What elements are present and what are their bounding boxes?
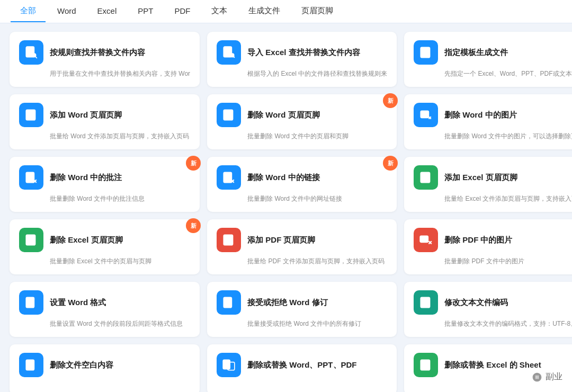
card-15-desc: 批量修改文本文件的编码格式，支持：UTF-8、BIG [414,319,572,328]
card-7[interactable]: 删除 Word 中的批注批量删除 Word 文件中的批注信息新 [10,157,200,212]
tab-Excel[interactable]: Excel [88,1,127,22]
card-grid: 按规则查找并替换文件内容用于批量在文件中查找并替换相关内容，支持 Wor X 导… [0,23,572,392]
card-8-badge: 新 [383,156,398,171]
svg-rect-58 [26,297,34,308]
card-6-header: 删除 Word 中的图片 [414,103,572,127]
svg-line-10 [234,57,235,58]
card-1-header: 按规则查找并替换文件内容 [19,40,190,65]
card-11[interactable]: 添加 PDF 页眉页脚批量给 PDF 文件添加页眉与页脚，支持嵌入页码 [207,219,397,274]
card-10-desc: 批量删除 Excel 文件中的页眉与页脚 [19,256,190,266]
card-15-icon: UTF-8 [414,290,438,315]
card-8-header: 删除 Word 中的链接 [217,165,387,190]
tab-全部[interactable]: 全部 [11,1,46,22]
card-2-desc: 根据导入的 Excel 中的文件路径和查找替换规则来 [217,69,387,78]
card-8-icon [217,165,241,190]
svg-rect-30 [26,172,34,183]
card-2-title: 导入 Excel 查找并替换文件内容 [247,47,360,58]
tab-页眉页脚[interactable]: 页眉页脚 [292,1,343,22]
card-3-title: 指定模板生成文件 [444,47,508,58]
card-14-icon [217,290,241,315]
card-8-desc: 批量删除 Word 文件中的网址链接 [217,194,387,203]
watermark-text: 副业 [546,371,562,382]
svg-text:X: X [226,49,230,55]
card-7-badge: 新 [186,156,201,171]
card-18[interactable]: X 删除或替换 Excel 的 Sheet [404,344,572,392]
card-1-desc: 用于批量在文件中查找并替换相关内容，支持 Wor [19,69,190,78]
card-9-title: 添加 Excel 页眉页脚 [444,172,517,183]
card-15-title: 修改文本文件编码 [444,297,508,308]
card-12-desc: 批量删除 PDF 文件中的图片 [414,256,572,266]
card-17-title: 删除或替换 Word、PPT、PDF [247,360,356,370]
card-13-icon [19,290,43,315]
card-11-title: 添加 PDF 页眉页脚 [247,235,315,245]
card-16-icon [19,353,43,377]
card-13[interactable]: 设置 Word 格式批量设置 Word 文件的段前段后间距等格式信息 [10,282,200,337]
card-7-desc: 批量删除 Word 文件中的批注信息 [19,194,190,203]
card-9[interactable]: 添加 Excel 页眉页脚批量给 Excel 文件添加页眉与页脚，支持嵌入页码 [404,157,572,212]
card-17-header: 删除或替换 Word、PPT、PDF [217,353,387,377]
card-4[interactable]: 添加 Word 页眉页脚批量给 Word 文件添加页眉与页脚，支持嵌入页码 [10,94,200,149]
svg-rect-70 [26,360,34,370]
card-14-desc: 批量接受或拒绝 Word 文件中的所有修订 [217,319,387,328]
card-10[interactable]: 删除 Excel 页眉页脚批量删除 Excel 文件中的页眉与页脚新 [10,219,200,274]
svg-text:UTF-8: UTF-8 [422,302,430,306]
card-5-badge: 新 [383,93,398,108]
card-2[interactable]: X 导入 Excel 查找并替换文件内容根据导入的 Excel 中的文件路径和查… [207,32,397,87]
card-14-header: 接受或拒绝 Word 修订 [217,290,387,315]
card-16[interactable]: 删除文件空白内容 [10,344,200,392]
tab-PPT[interactable]: PPT [128,1,163,22]
card-17[interactable]: 删除或替换 Word、PPT、PDF [207,344,397,392]
card-3-header: 指定模板生成文件 [414,40,572,65]
tab-bar: 全部WordExcelPPTPDF文本生成文件页眉页脚 [0,0,572,23]
card-2-icon: X [217,40,241,65]
card-6[interactable]: 删除 Word 中的图片批量删除 Word 文件中的图片，可以选择删除页眉新 [404,94,572,149]
card-3-desc: 先指定一个 Excel、Word、PPT、PDF或文本文件作 [414,69,572,78]
card-1[interactable]: 按规则查找并替换文件内容用于批量在文件中查找并替换相关内容，支持 Wor [10,32,200,87]
card-10-badge: 新 [186,218,201,233]
card-8-title: 删除 Word 中的链接 [247,172,319,183]
card-16-header: 删除文件空白内容 [19,353,190,377]
card-6-desc: 批量删除 Word 文件中的图片，可以选择删除页眉 [414,131,572,141]
card-4-title: 添加 Word 页眉页脚 [50,110,122,120]
card-18-icon: X [414,353,438,377]
card-10-header: 删除 Excel 页眉页脚 [19,228,190,252]
card-18-title: 删除或替换 Excel 的 Sheet [444,360,541,370]
card-9-icon [414,165,438,190]
card-5-desc: 批量删除 Word 文件中的页眉和页脚 [217,131,387,141]
card-5-icon [217,103,241,127]
watermark: 副业 [532,371,562,382]
card-12-title: 删除 PDF 中的图片 [444,235,512,245]
card-4-icon [19,103,43,127]
card-2-header: X 导入 Excel 查找并替换文件内容 [217,40,387,65]
card-17-icon [217,353,241,377]
card-3[interactable]: 指定模板生成文件先指定一个 Excel、Word、PPT、PDF或文本文件作 [404,32,572,87]
tab-Word[interactable]: Word [48,1,86,22]
card-16-title: 删除文件空白内容 [50,360,113,370]
card-8[interactable]: 删除 Word 中的链接批量删除 Word 文件中的网址链接新 [207,157,397,212]
tab-PDF[interactable]: PDF [165,1,200,22]
card-11-desc: 批量给 PDF 文件添加页眉与页脚，支持嵌入页码 [217,256,387,266]
card-5[interactable]: 删除 Word 页眉页脚批量删除 Word 文件中的页眉和页脚新 [207,94,397,149]
card-12-icon [414,228,438,252]
card-12[interactable]: 删除 PDF 中的图片批量删除 PDF 文件中的图片新 [404,219,572,274]
card-6-title: 删除 Word 中的图片 [444,110,516,120]
svg-point-9 [230,54,234,57]
svg-rect-36 [224,172,231,183]
card-7-title: 删除 Word 中的批注 [50,172,122,183]
card-10-icon [19,228,43,252]
svg-rect-26 [421,111,428,118]
svg-rect-15 [426,54,430,58]
watermark-icon [532,372,542,382]
card-14[interactable]: 接受或拒绝 Word 修订批量接受或拒绝 Word 文件中的所有修订 [207,282,397,337]
card-9-desc: 批量给 Excel 文件添加页眉与页脚，支持嵌入页码 [414,194,572,203]
tab-生成文件[interactable]: 生成文件 [239,1,290,22]
card-3-icon [414,40,438,65]
svg-text:X: X [422,360,424,363]
card-13-desc: 批量设置 Word 文件的段前段后间距等格式信息 [19,319,190,328]
card-15[interactable]: UTF-8 修改文本文件编码批量修改文本文件的编码格式，支持：UTF-8、BIG [404,282,572,337]
card-9-header: 添加 Excel 页眉页脚 [414,165,572,190]
card-4-desc: 批量给 Word 文件添加页眉与页脚，支持嵌入页码 [19,131,190,141]
tab-文本[interactable]: 文本 [202,1,237,22]
card-10-title: 删除 Excel 页眉页脚 [50,235,123,245]
card-7-icon [19,165,43,190]
